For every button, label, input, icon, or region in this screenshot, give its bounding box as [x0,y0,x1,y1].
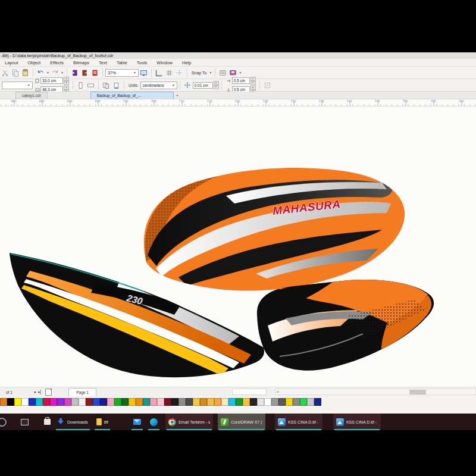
color-swatch-23[interactable] [164,398,171,406]
color-swatch-28[interactable] [200,398,207,406]
color-swatch-25[interactable] [178,398,186,406]
nudge-stepper[interactable]: ▴▾ [214,81,219,89]
color-swatch-40[interactable] [286,398,293,406]
page-width-stepper[interactable]: ▴▾ [64,77,69,85]
taskbar-tiff[interactable]: tiff [93,414,111,430]
redo-icon[interactable] [51,68,60,77]
treat-as-filled-icon[interactable] [263,81,272,90]
color-swatch-37[interactable] [264,398,271,406]
units-combo[interactable]: centimeters ▼ [140,82,177,89]
color-swatch-32[interactable] [228,398,236,406]
menu-tools[interactable]: Tools [132,60,152,65]
options-icon[interactable] [218,68,227,77]
color-swatch-8[interactable] [57,398,64,406]
color-swatch-41[interactable] [293,398,300,406]
show-guidelines-icon[interactable] [175,68,184,77]
color-swatch-4[interactable] [29,398,36,406]
color-swatch-12[interactable] [86,398,93,406]
document-tab-cakep1[interactable]: cakep1.cdr [15,92,48,99]
color-swatch-2[interactable] [14,398,21,406]
taskbar-mail-button[interactable] [130,414,144,430]
snap-to-button[interactable]: Snap To [192,71,207,75]
menu-layout[interactable]: Layout [0,60,23,65]
color-swatch-36[interactable] [257,398,264,406]
undo-dropdown-icon[interactable]: ▼ [46,71,49,74]
color-swatch-7[interactable] [50,398,57,406]
color-swatch-44[interactable] [314,398,321,406]
taskbar-chrome[interactable]: Email Terkirim - sof... [165,414,213,430]
next-page-button[interactable]: ▸ [35,390,37,394]
color-swatch-16[interactable] [114,398,121,406]
taskbar-edge-button[interactable] [147,414,161,430]
cut-icon[interactable] [1,68,10,77]
show-rulers-icon[interactable] [155,68,164,77]
last-page-button[interactable]: ▸▏ [38,390,43,394]
color-swatch-13[interactable] [93,398,100,406]
undo-icon[interactable] [36,68,45,77]
color-swatch-14[interactable] [100,398,107,406]
tank-decal[interactable]: MAHASURA [144,168,405,291]
document-tab-backup[interactable]: Backup_of_Backup_of_... [90,92,174,99]
color-swatch-10[interactable] [71,398,79,406]
nudge-distance-field[interactable]: 0.01 cm [193,82,213,89]
show-grid-icon[interactable] [165,68,174,77]
page-width-field[interactable]: 33.0 cm [40,77,63,84]
duplicate-x-stepper[interactable]: ▴▾ [250,77,256,85]
color-swatch-9[interactable] [64,398,71,406]
menu-help[interactable]: Help [177,60,196,65]
drawing-canvas[interactable]: MAHASURA 230 [0,107,476,387]
color-swatch-21[interactable] [150,398,157,406]
color-swatch-6[interactable] [43,398,50,406]
color-swatch-15[interactable] [107,398,114,406]
color-swatch-33[interactable] [236,398,243,406]
copy-icon[interactable] [11,68,20,77]
color-swatch-35[interactable] [250,398,257,406]
color-swatch-43[interactable] [307,398,314,406]
color-swatch-22[interactable] [157,398,164,406]
menu-bitmaps[interactable]: Bitmaps [68,60,94,65]
color-swatch-29[interactable] [207,398,214,406]
horizontal-scrollbar[interactable]: « [275,389,476,395]
menu-window[interactable]: Window [152,60,177,65]
taskbar-downloads[interactable]: Downloads [55,414,91,430]
color-swatch-30[interactable] [214,398,221,406]
color-swatch-19[interactable] [136,398,143,406]
scrollbar-thumb[interactable] [409,390,426,394]
color-swatch-17[interactable] [121,398,129,406]
taskbar-taskview-button[interactable] [18,414,32,430]
fullscreen-preview-icon[interactable] [139,68,148,77]
menu-object[interactable]: Object [23,60,46,65]
menu-effects[interactable]: Effects [45,60,68,65]
color-swatch-0[interactable] [0,398,7,406]
color-swatch-38[interactable] [271,398,278,406]
page-tab[interactable]: Page 1 [68,388,96,396]
color-swatch-1[interactable] [7,398,14,406]
color-swatch-34[interactable] [243,398,250,406]
page-size-combo[interactable]: ▼ [2,82,33,89]
color-swatch-18[interactable] [129,398,136,406]
scroll-left-icon[interactable]: « [277,389,279,395]
redo-dropdown-icon[interactable]: ▼ [61,71,64,74]
new-document-tab-button[interactable]: + [174,92,181,99]
current-page-button[interactable] [112,81,121,90]
application-launcher-icon[interactable] [228,68,237,77]
color-swatch-24[interactable] [171,398,178,406]
color-swatch-11[interactable] [79,398,86,406]
color-swatch-31[interactable] [221,398,228,406]
landscape-button[interactable] [86,81,95,90]
color-swatch-26[interactable] [186,398,193,406]
color-swatch-20[interactable] [143,398,150,406]
taskbar-photos[interactable]: KSS CINA D.tif - Ph... [333,414,381,430]
taskbar-cortana-button[interactable] [0,414,10,430]
menu-text[interactable]: Text [94,60,112,65]
launcher-dropdown-icon[interactable]: ▼ [239,71,242,74]
all-pages-button[interactable] [102,81,111,90]
color-swatch-39[interactable] [278,398,286,406]
zoom-level-combo[interactable]: 37% ▼ [105,69,139,77]
taskbar-coreldraw[interactable]: CorelDRAW X7 (64-... [218,414,265,430]
publish-pdf-icon[interactable] [90,68,99,77]
side-panel-decal[interactable] [256,279,434,370]
add-page-button[interactable] [45,389,52,396]
import-icon[interactable] [70,68,79,77]
snap-to-dropdown-icon[interactable]: ▼ [209,71,212,74]
